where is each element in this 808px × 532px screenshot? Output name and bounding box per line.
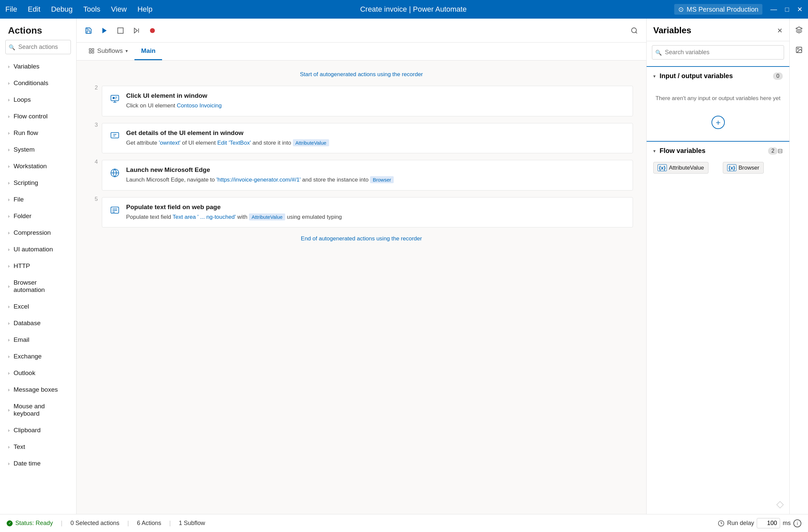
sidebar-item-compression[interactable]: › Compression [0, 225, 76, 241]
flow-section-count: 2 [768, 147, 778, 155]
subflows-dropdown-icon[interactable]: ▾ [126, 48, 128, 54]
run-delay-info-icon[interactable]: i [793, 519, 801, 527]
owntext-link[interactable]: 'owntext' [159, 140, 180, 146]
sidebar-item-scripting[interactable]: › Scripting [0, 174, 76, 191]
run-delay-icon [718, 520, 724, 527]
sidebar-item-label: Browser automation [14, 279, 68, 293]
status-separator-2: | [127, 520, 129, 527]
flow-item-2[interactable]: Click UI element in window Click on UI e… [102, 86, 633, 116]
sidebar-item-database[interactable]: › Database [0, 315, 76, 331]
sidebar-item-flow-control[interactable]: › Flow control [0, 108, 76, 125]
run-button[interactable] [98, 24, 111, 37]
sidebar-item-ui-automation[interactable]: › UI automation [0, 241, 76, 258]
record-button[interactable] [146, 24, 159, 37]
variable-chip-browser[interactable]: {x} Browser [723, 162, 764, 174]
image-icon[interactable] [792, 42, 806, 57]
flow-item-4[interactable]: Launch new Microsoft Edge Launch Microso… [102, 160, 633, 191]
attribute-value-tag: AttributeValue [293, 139, 329, 146]
close-button[interactable]: ✕ [797, 5, 803, 13]
flow-canvas: Start of autogenerated actions using the… [76, 60, 646, 514]
chevron-icon: › [8, 461, 10, 466]
minimize-button[interactable]: — [770, 6, 777, 13]
flow-item-content-5: Populate text field on web page Populate… [126, 204, 626, 222]
svg-marker-24 [796, 27, 802, 30]
user-badge[interactable]: ⊙ MS Personal Production [674, 4, 763, 15]
sidebar-item-browser-automation[interactable]: › Browser automation [0, 274, 76, 298]
menu-help[interactable]: Help [137, 5, 152, 14]
menu-debug[interactable]: Debug [51, 5, 73, 14]
sidebar-item-run-flow[interactable]: › Run flow [0, 125, 76, 141]
filter-icon[interactable]: ⊟ [778, 147, 783, 155]
sidebar-item-label: Scripting [14, 179, 38, 187]
search-variables-input[interactable] [652, 45, 784, 59]
flow-section-header[interactable]: ▾ Flow variables 2 ⊟ [647, 141, 789, 160]
sidebar-item-workstation[interactable]: › Workstation [0, 158, 76, 174]
toolbar-search-button[interactable] [628, 24, 641, 37]
url-link[interactable]: 'https://invoice-generator.com/#/1' [216, 176, 300, 183]
flow-item-5[interactable]: Populate text field on web page Populate… [102, 197, 633, 228]
layers-icon[interactable] [792, 23, 806, 37]
variables-close-button[interactable]: ✕ [777, 26, 783, 35]
sidebar-item-message-boxes[interactable]: › Message boxes [0, 381, 76, 398]
sidebar-item-outlook[interactable]: › Outlook [0, 365, 76, 381]
flow-end-label: End of autogenerated actions using the r… [90, 231, 633, 246]
sidebar-item-email[interactable]: › Email [0, 331, 76, 348]
flow-item-icon-4 [109, 167, 121, 179]
sidebar-item-datetime[interactable]: › Date time [0, 455, 76, 472]
flow-section-chevron: ▾ [653, 148, 656, 154]
variable-chip-attribute-value[interactable]: {x} AttributeValue [653, 162, 709, 174]
flow-item-desc-2: Click on UI element Contoso Invoicing [126, 101, 626, 110]
flow-start-link[interactable]: Start of autogenerated actions using the… [300, 71, 423, 77]
titlebar-menu[interactable]: File Edit Debug Tools View Help [5, 5, 152, 14]
edit-textbox-link[interactable]: Edit 'TextBox' [217, 140, 251, 146]
maximize-button[interactable]: □ [785, 6, 789, 13]
status-ready: Status: Ready [7, 520, 53, 527]
run-delay-input[interactable] [757, 518, 780, 528]
sidebar-item-system[interactable]: › System [0, 141, 76, 158]
chevron-icon: › [8, 387, 10, 392]
svg-point-26 [797, 48, 798, 49]
flow-item-title-2: Click UI element in window [126, 92, 626, 99]
sidebar-item-clipboard[interactable]: › Clipboard [0, 422, 76, 439]
chevron-icon: › [8, 180, 10, 186]
sidebar-item-excel[interactable]: › Excel [0, 298, 76, 315]
flow-end-link[interactable]: End of autogenerated actions using the r… [301, 235, 422, 242]
sidebar-item-label: Date time [14, 460, 41, 467]
menu-view[interactable]: View [111, 5, 127, 14]
sidebar-item-exchange[interactable]: › Exchange [0, 348, 76, 365]
sidebar-item-variables[interactable]: › Variables [0, 58, 76, 75]
menu-tools[interactable]: Tools [83, 5, 100, 14]
svg-rect-11 [111, 95, 118, 101]
status-dot [7, 520, 13, 526]
sidebar-item-label: Run flow [14, 129, 38, 137]
save-button[interactable] [82, 24, 95, 37]
text-area-link[interactable]: Text area ' ... ng-touched' [173, 214, 236, 220]
sidebar-item-folder[interactable]: › Folder [0, 208, 76, 225]
tab-main[interactable]: Main [134, 42, 162, 60]
sidebar-item-text[interactable]: › Text [0, 439, 76, 455]
sidebar-item-http[interactable]: › HTTP [0, 258, 76, 274]
sidebar-item-file[interactable]: › File [0, 191, 76, 208]
add-io-variable-button[interactable]: ＋ [712, 116, 725, 129]
flow-item-3[interactable]: Get details of the UI element in window … [102, 123, 633, 154]
panel-bottom [647, 181, 789, 514]
io-section-header[interactable]: ▾ Input / output variables 0 [647, 67, 789, 85]
variables-panel: Variables ✕ 🔍 ▾ Input / output variables… [646, 19, 789, 514]
chevron-icon: › [8, 444, 10, 450]
sidebar-item-loops[interactable]: › Loops [0, 92, 76, 108]
flow-item-title-4: Launch new Microsoft Edge [126, 166, 626, 174]
chevron-icon: › [8, 407, 10, 413]
sidebar-item-label: Email [14, 336, 30, 343]
sidebar-item-conditionals[interactable]: › Conditionals [0, 75, 76, 92]
menu-edit[interactable]: Edit [27, 5, 40, 14]
sidebar-item-mouse-keyboard[interactable]: › Mouse and keyboard [0, 398, 76, 422]
tab-subflows[interactable]: Subflows ▾ [82, 42, 134, 60]
titlebar-controls[interactable]: ⊙ MS Personal Production — □ ✕ [674, 4, 803, 15]
next-step-button[interactable] [130, 24, 143, 37]
flow-item-title-3: Get details of the UI element in window [126, 129, 626, 137]
svg-rect-9 [92, 52, 94, 53]
flow-start-label: Start of autogenerated actions using the… [90, 67, 633, 82]
contoso-invoicing-link[interactable]: Contoso Invoicing [177, 102, 222, 109]
stop-button[interactable] [114, 24, 127, 37]
menu-file[interactable]: File [5, 5, 17, 14]
